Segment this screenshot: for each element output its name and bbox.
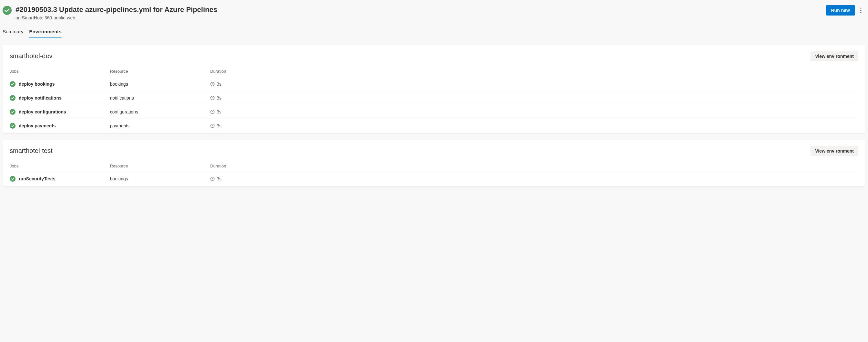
tab-summary[interactable]: Summary — [3, 26, 23, 38]
success-status-icon — [10, 95, 16, 101]
column-header-duration: Duration — [210, 69, 858, 74]
job-duration: 3s — [217, 82, 221, 87]
resource-name: bookings — [110, 82, 128, 87]
success-status-icon — [3, 6, 12, 15]
success-status-icon — [10, 176, 16, 182]
more-vertical-icon — [860, 7, 862, 13]
run-subtitle: on SmartHotel360-public-web — [16, 15, 822, 20]
svg-point-2 — [860, 10, 861, 11]
job-name: deploy bookings — [19, 82, 55, 87]
job-row[interactable]: deploy notifications notifications 3s — [10, 91, 858, 105]
column-header-jobs: Jobs — [10, 163, 110, 168]
view-environment-button[interactable]: View environment — [810, 52, 858, 61]
tab-bar: Summary Environments — [3, 26, 865, 38]
svg-point-1 — [860, 7, 861, 8]
environment-name: smarthotel-dev — [10, 52, 52, 60]
more-actions-button[interactable] — [858, 5, 864, 15]
resource-name: notifications — [110, 95, 134, 100]
job-name: deploy configurations — [19, 109, 66, 115]
environment-card: smarthotel-test View environment Jobs Re… — [3, 139, 865, 186]
job-duration: 3s — [217, 95, 221, 100]
job-duration: 3s — [217, 123, 221, 128]
clock-icon — [210, 123, 215, 128]
job-row[interactable]: deploy configurations configurations 3s — [10, 105, 858, 119]
success-status-icon — [10, 81, 16, 87]
job-row[interactable]: runSecurityTests bookings 3s — [10, 172, 858, 186]
page-header: #20190503.3 Update azure-pipelines.yml f… — [3, 3, 865, 20]
column-header-jobs: Jobs — [10, 69, 110, 74]
svg-point-3 — [860, 12, 861, 13]
resource-name: payments — [110, 123, 130, 128]
resource-name: configurations — [110, 109, 138, 115]
run-new-button[interactable]: Run new — [826, 5, 855, 15]
column-header-resource: Resource — [110, 69, 210, 74]
svg-point-4 — [10, 81, 16, 87]
job-name: deploy payments — [19, 123, 56, 128]
job-row[interactable]: deploy payments payments 3s — [10, 119, 858, 133]
column-header-resource: Resource — [110, 163, 210, 168]
job-duration: 3s — [217, 109, 221, 115]
column-header-duration: Duration — [210, 163, 858, 168]
resource-name: bookings — [110, 176, 128, 181]
environment-name: smarthotel-test — [10, 147, 52, 155]
success-status-icon — [10, 109, 16, 115]
clock-icon — [210, 177, 215, 181]
svg-point-12 — [10, 176, 16, 182]
clock-icon — [210, 96, 215, 100]
tab-environments[interactable]: Environments — [29, 26, 61, 38]
svg-point-10 — [10, 123, 16, 129]
job-duration: 3s — [217, 176, 221, 181]
job-row[interactable]: deploy bookings bookings 3s — [10, 77, 858, 91]
svg-point-6 — [10, 95, 16, 101]
clock-icon — [210, 110, 215, 114]
success-status-icon — [10, 123, 16, 129]
clock-icon — [210, 82, 215, 86]
job-name: runSecurityTests — [19, 176, 55, 181]
svg-point-8 — [10, 109, 16, 115]
run-title: #20190503.3 Update azure-pipelines.yml f… — [16, 5, 822, 14]
table-header: Jobs Resource Duration — [10, 161, 858, 172]
table-header: Jobs Resource Duration — [10, 66, 858, 77]
job-name: deploy notifications — [19, 95, 61, 100]
view-environment-button[interactable]: View environment — [810, 146, 858, 156]
svg-point-0 — [3, 6, 12, 15]
environment-card: smarthotel-dev View environment Jobs Res… — [3, 45, 865, 133]
